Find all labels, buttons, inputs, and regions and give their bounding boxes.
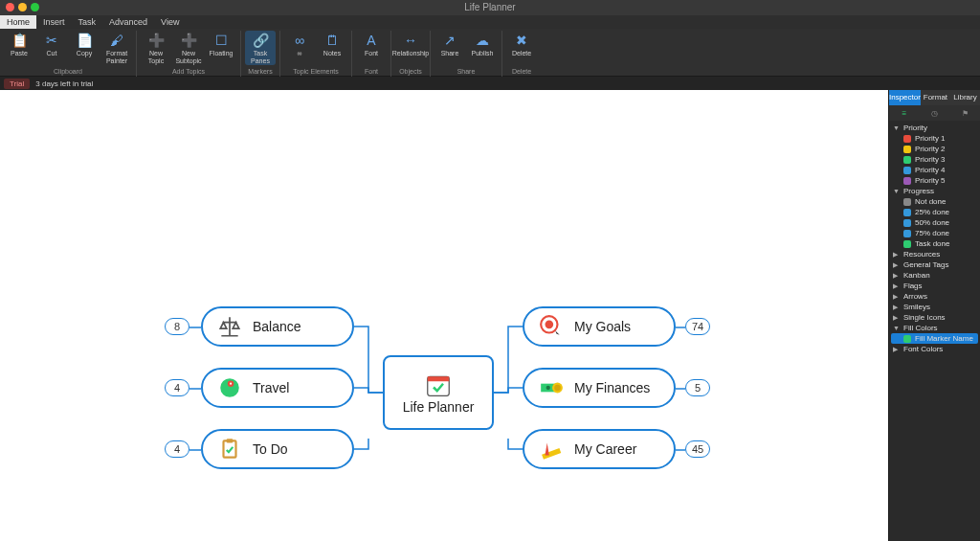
tree-item-label: 75% done xyxy=(915,229,949,237)
svg-rect-17 xyxy=(542,448,561,460)
ribbon-paste[interactable]: 📋Paste xyxy=(4,31,34,65)
ribbon-publish[interactable]: ☁Publish xyxy=(467,31,498,57)
ribbon-notes[interactable]: 🗒Notes xyxy=(317,31,347,57)
side-tab-format[interactable]: Format xyxy=(921,90,950,105)
node-to-do[interactable]: To Do xyxy=(201,429,354,469)
svg-point-15 xyxy=(554,385,561,392)
tree-group-flags[interactable]: ▶Flags xyxy=(891,281,978,291)
mindmap-canvas[interactable]: Life PlannerBalance8Travel4To Do4My Goal… xyxy=(0,90,888,541)
tree-group-label: Resources xyxy=(903,250,940,259)
tree-group-label: Arrows xyxy=(903,292,927,301)
connector xyxy=(354,439,383,489)
count-badge[interactable]: 8 xyxy=(165,318,189,335)
ribbon-new-subtopic[interactable]: ➕New Subtopic xyxy=(173,31,204,65)
ribbon-cut[interactable]: ✂Cut xyxy=(36,31,67,65)
triangle-icon: ▶ xyxy=(893,272,900,280)
node-label: My Finances xyxy=(574,380,650,395)
tree-group-general-tags[interactable]: ▶General Tags xyxy=(891,259,978,270)
tree-group-progress[interactable]: ▼Progress xyxy=(891,186,978,196)
tree-item-50%-done[interactable]: 50% done xyxy=(891,217,978,228)
close-icon[interactable] xyxy=(6,3,14,11)
trial-badge[interactable]: Trial xyxy=(4,79,30,89)
menu-tab-view[interactable]: View xyxy=(154,15,186,29)
menu-tab-advanced[interactable]: Advanced xyxy=(102,15,154,29)
count-badge[interactable]: 4 xyxy=(165,440,189,458)
ribbon-new-topic[interactable]: ➕New Topic xyxy=(141,31,171,65)
node-travel[interactable]: Travel xyxy=(201,368,354,408)
tree-item-75%-done[interactable]: 75% done xyxy=(891,228,978,238)
tree-item-label: 25% done xyxy=(915,208,949,216)
marker-dot-icon xyxy=(903,240,911,248)
Copy-icon: 📄 xyxy=(76,32,93,49)
tree-group-label: Single Icons xyxy=(903,313,946,322)
side-tab-inspector[interactable]: Inspector xyxy=(889,90,921,105)
menu-tab-task[interactable]: Task xyxy=(72,15,103,29)
ribbon-label: Notes xyxy=(323,50,341,57)
tree-group-smileys[interactable]: ▶Smileys xyxy=(891,302,978,312)
list-icon[interactable]: ≡ xyxy=(889,105,920,121)
ribbon-label: New Topic xyxy=(141,50,171,65)
count-badge[interactable]: 4 xyxy=(165,379,189,396)
tree-item-label: Priority 5 xyxy=(915,176,946,185)
tree-item-not-done[interactable]: Not done xyxy=(891,196,978,207)
maximize-icon[interactable] xyxy=(31,3,39,11)
ribbon-font[interactable]: AFont xyxy=(356,31,387,57)
center-node[interactable]: Life Planner xyxy=(383,355,494,430)
Cut-icon: ✂ xyxy=(43,32,60,49)
ribbon-group-label: Markers xyxy=(248,68,272,75)
count-badge[interactable]: 45 xyxy=(685,440,710,458)
Publish-icon: ☁ xyxy=(474,32,491,49)
tree-group-single-icons[interactable]: ▶Single Icons xyxy=(891,312,978,323)
ribbon-relationship[interactable]: ↔Relationship xyxy=(395,31,426,57)
marker-dot-icon xyxy=(903,177,911,185)
tag-icon[interactable]: ⚑ xyxy=(949,105,980,121)
clock-icon[interactable]: ◷ xyxy=(920,105,950,121)
tree-group-font-colors[interactable]: ▶Font Colors xyxy=(891,344,978,354)
marker-dot-icon xyxy=(903,230,911,237)
ribbon-copy[interactable]: 📄Copy xyxy=(69,31,100,65)
tree-item-priority-3[interactable]: Priority 3 xyxy=(891,154,978,165)
ribbon-floating[interactable]: ☐Floating xyxy=(206,31,236,65)
tree-group-fill-colors[interactable]: ▼Fill Colors xyxy=(891,323,978,333)
clipboard-check-icon xyxy=(216,436,243,462)
tree-group-label: Priority xyxy=(903,124,927,132)
tree-item-priority-4[interactable]: Priority 4 xyxy=(891,165,978,175)
New Topic-icon: ➕ xyxy=(147,32,165,49)
tree-group-arrows[interactable]: ▶Arrows xyxy=(891,291,978,302)
ribbon-label: Relationship xyxy=(392,50,430,57)
tree-item-priority-5[interactable]: Priority 5 xyxy=(891,175,978,186)
count-badge[interactable]: 74 xyxy=(685,318,710,335)
side-tab-library[interactable]: Library xyxy=(950,90,980,105)
node-label: Travel xyxy=(253,380,289,395)
tree-group-kanban[interactable]: ▶Kanban xyxy=(891,270,978,281)
menu-tab-home[interactable]: Home xyxy=(0,15,36,29)
tree-item-label: Priority 3 xyxy=(915,155,946,164)
tree-item-25%-done[interactable]: 25% done xyxy=(891,207,978,217)
ribbon-∞[interactable]: ∞∞ xyxy=(284,31,315,57)
count-badge[interactable]: 5 xyxy=(685,379,710,396)
marker-dot-icon xyxy=(903,219,911,227)
ribbon-delete[interactable]: ✖Delete xyxy=(506,31,537,57)
tree-item-fill-marker-name[interactable]: Fill Marker Name xyxy=(891,333,978,344)
marker-dot-icon xyxy=(903,209,911,216)
ribbon-group-label: Font xyxy=(365,68,378,75)
node-my-goals[interactable]: My Goals xyxy=(523,306,676,347)
ribbon-task-panes[interactable]: 🔗Task Panes xyxy=(245,31,276,65)
tree-group-priority[interactable]: ▼Priority xyxy=(891,123,978,133)
tree-group-resources[interactable]: ▶Resources xyxy=(891,249,978,259)
node-balance[interactable]: Balance xyxy=(201,306,354,347)
tree-item-priority-2[interactable]: Priority 2 xyxy=(891,144,978,154)
ribbon-share[interactable]: ↗Share xyxy=(434,31,465,57)
ribbon-label: Font xyxy=(365,50,378,57)
ribbon-format-painter[interactable]: 🖌Format Painter xyxy=(101,31,132,65)
tree-item-priority-1[interactable]: Priority 1 xyxy=(891,133,978,144)
window-controls xyxy=(6,3,39,11)
node-my-finances[interactable]: My Finances xyxy=(523,368,676,408)
tree-item-task-done[interactable]: Task done xyxy=(891,238,978,249)
connector xyxy=(676,326,685,329)
node-my-career[interactable]: My Career xyxy=(523,429,676,469)
menu-tab-insert[interactable]: Insert xyxy=(36,15,72,29)
minimize-icon[interactable] xyxy=(18,3,27,11)
triangle-icon: ▶ xyxy=(893,346,900,353)
ribbon: 📋Paste✂Cut📄Copy🖌Format PainterClipboard➕… xyxy=(0,29,980,77)
